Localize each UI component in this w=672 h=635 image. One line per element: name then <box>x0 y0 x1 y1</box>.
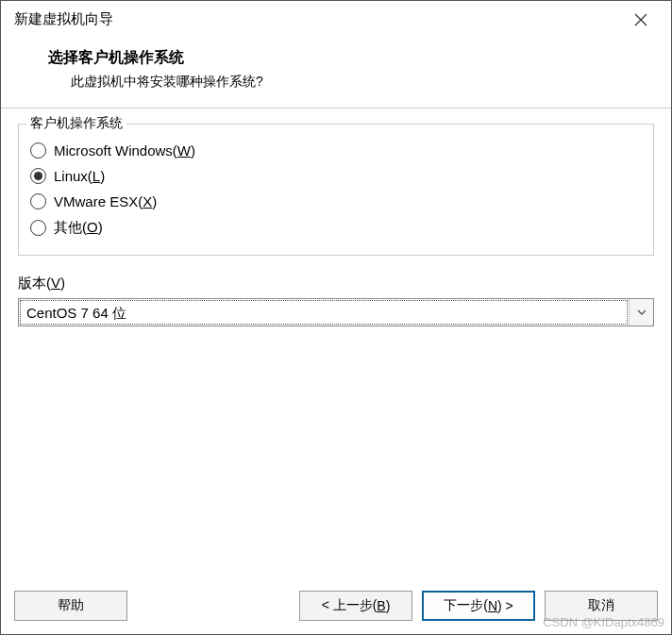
select-arrow-button[interactable] <box>629 299 653 326</box>
radio-other[interactable]: 其他(O) <box>28 214 644 242</box>
version-label: 版本(V) <box>18 275 654 292</box>
radio-vmware-esx[interactable]: VMware ESX(X) <box>28 189 644 214</box>
radio-label: Microsoft Windows(W) <box>54 142 195 159</box>
wizard-header: 选择客户机操作系统 此虚拟机中将安装哪种操作系统? <box>1 39 671 108</box>
radio-label: 其他(O) <box>54 219 103 237</box>
cancel-button[interactable]: 取消 <box>545 591 658 621</box>
radio-icon <box>30 142 46 159</box>
close-button[interactable] <box>622 6 660 34</box>
radio-linux[interactable]: Linux(L) <box>28 163 644 189</box>
window-title: 新建虚拟机向导 <box>14 10 113 28</box>
wizard-footer: 帮助 < 上一步(B) 下一步(N) > 取消 <box>1 581 671 634</box>
back-button[interactable]: < 上一步(B) <box>299 591 412 621</box>
radio-windows[interactable]: Microsoft Windows(W) <box>28 138 644 163</box>
radio-icon <box>30 168 46 184</box>
guest-os-fieldset: 客户机操作系统 Microsoft Windows(W) Linux(L) VM… <box>18 124 654 256</box>
next-button[interactable]: 下一步(N) > <box>422 591 535 621</box>
page-subtitle: 此虚拟机中将安装哪种操作系统? <box>48 74 643 91</box>
wizard-window: 新建虚拟机向导 选择客户机操作系统 此虚拟机中将安装哪种操作系统? 客户机操作系… <box>0 0 672 635</box>
radio-label: Linux(L) <box>54 168 105 184</box>
radio-label: VMware ESX(X) <box>54 193 157 209</box>
version-group: 版本(V) CentOS 7 64 位 <box>18 275 654 326</box>
page-title: 选择客户机操作系统 <box>48 48 643 68</box>
version-select[interactable]: CentOS 7 64 位 <box>18 298 654 326</box>
guest-os-legend: 客户机操作系统 <box>26 115 126 132</box>
version-selected-value: CentOS 7 64 位 <box>20 300 628 325</box>
help-button[interactable]: 帮助 <box>14 591 127 621</box>
chevron-down-icon <box>637 309 647 315</box>
radio-icon <box>30 193 46 209</box>
close-icon <box>634 13 647 26</box>
radio-icon <box>30 220 46 236</box>
wizard-content: 客户机操作系统 Microsoft Windows(W) Linux(L) VM… <box>1 109 671 581</box>
titlebar: 新建虚拟机向导 <box>1 1 671 39</box>
